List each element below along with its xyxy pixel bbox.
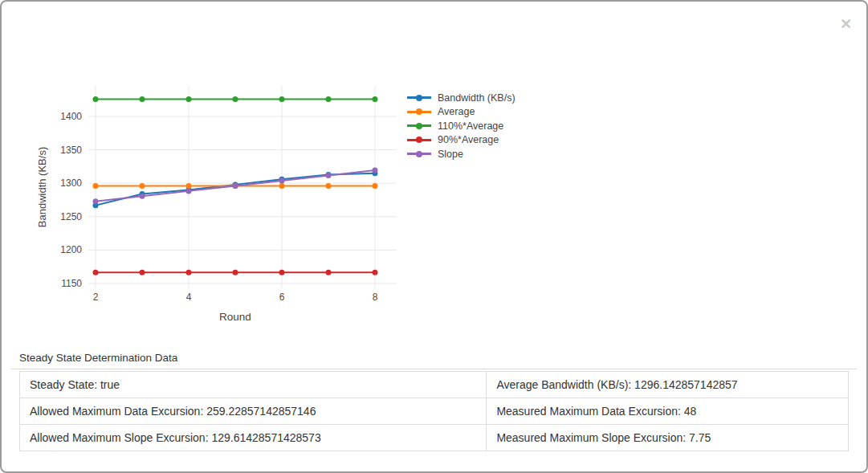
legend-label: 90%*Average [438,134,499,145]
svg-text:Round: Round [219,311,251,323]
table-row: Allowed Maximum Data Excursion: 259.2285… [20,398,849,425]
steady-state-section: Steady State Determination Data Steady S… [11,352,857,451]
table-cell: Measured Maximum Slope Excursion: 7.75 [487,425,849,451]
table-row: Steady State: true Average Bandwidth (KB… [20,372,849,398]
steady-state-dialog: ✕ 1400135013001250120011502468Bandwidth … [0,0,868,473]
table-cell: Allowed Maximum Slope Excursion: 129.614… [20,425,487,451]
table-cell: Allowed Maximum Data Excursion: 259.2285… [20,398,487,425]
svg-text:1300: 1300 [60,177,82,189]
svg-text:1350: 1350 [60,145,82,156]
bandwidth-chart: 1400135013001250120011502468Bandwidth (K… [18,74,564,339]
table-cell: Average Bandwidth (KB/s): 1296.142857142… [487,372,849,398]
table-row: Allowed Maximum Slope Excursion: 129.614… [20,425,849,451]
legend-item-110-average[interactable]: 110%*Average [407,119,516,133]
legend-line-icon [407,153,431,155]
svg-text:Bandwidth (KB/s): Bandwidth (KB/s) [36,147,48,227]
svg-text:4: 4 [186,292,192,303]
svg-text:2: 2 [93,292,99,303]
legend-item-average[interactable]: Average [407,105,516,120]
svg-text:1250: 1250 [60,211,82,222]
svg-text:1150: 1150 [61,278,82,289]
legend-label: 110%*Average [438,120,503,132]
legend-item-90-average[interactable]: 90%*Average [407,133,516,148]
svg-text:1400: 1400 [60,111,82,122]
legend-item-slope[interactable]: Slope [407,147,516,161]
table-cell: Steady State: true [20,372,487,398]
legend-item-bandwidth[interactable]: Bandwidth (KB/s) [407,91,516,105]
legend-line-icon [407,139,431,141]
legend-line-icon [407,111,431,113]
close-icon[interactable]: ✕ [840,17,852,31]
legend-label: Average [438,106,475,117]
legend-label: Slope [438,149,463,160]
legend-label: Bandwidth (KB/s) [438,92,516,104]
chart-legend: Bandwidth (KB/s) Average 110%*Average 90… [407,91,516,161]
table-cell: Measured Maximum Data Excursion: 48 [487,398,849,425]
legend-line-icon [407,124,431,127]
svg-text:6: 6 [279,292,285,303]
svg-text:8: 8 [373,292,378,303]
svg-text:1200: 1200 [60,244,82,255]
legend-line-icon [407,96,431,99]
section-heading: Steady State Determination Data [11,352,857,369]
steady-state-table: Steady State: true Average Bandwidth (KB… [19,371,849,451]
